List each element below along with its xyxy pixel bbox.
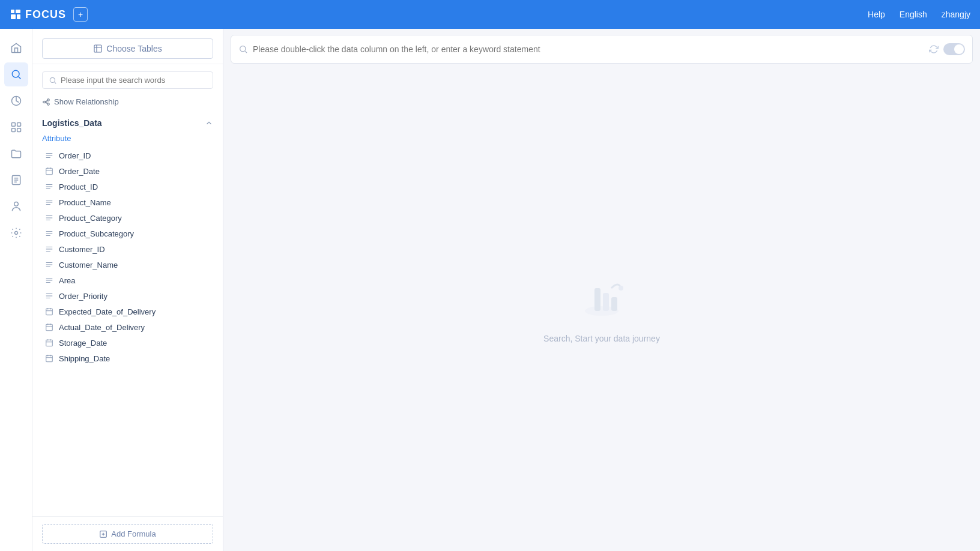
- query-input[interactable]: [253, 44, 924, 54]
- app-logo: FOCUS: [10, 8, 66, 21]
- svg-rect-47: [46, 324, 53, 331]
- svg-rect-1: [16, 10, 20, 13]
- svg-rect-2: [11, 14, 16, 19]
- data-panel: Choose Tables Show Relationship Logistic…: [32, 29, 223, 551]
- add-formula-button[interactable]: Add Formula: [42, 524, 213, 544]
- sidebar-item-home[interactable]: [4, 36, 28, 60]
- svg-point-4: [12, 70, 19, 77]
- svg-point-12: [14, 232, 17, 235]
- field-item[interactable]: Product_ID: [32, 179, 223, 194]
- field-item[interactable]: Product_Subcategory: [32, 226, 223, 241]
- toggle-switch[interactable]: [943, 43, 965, 55]
- field-search-box: [42, 71, 213, 89]
- svg-rect-54: [603, 293, 609, 311]
- svg-rect-55: [611, 297, 617, 311]
- sidebar-item-search[interactable]: [4, 62, 28, 86]
- icon-sidebar: [0, 29, 32, 551]
- svg-rect-9: [17, 128, 20, 132]
- field-name: Actual_Date_of_Delivery: [59, 323, 145, 332]
- nav-right: Help English zhangjy: [868, 10, 970, 19]
- help-link[interactable]: Help: [868, 10, 885, 19]
- field-type-icon: [44, 354, 54, 363]
- attribute-label: Attribute: [32, 131, 223, 148]
- field-type-icon: [44, 182, 54, 191]
- sidebar-item-grid[interactable]: [4, 115, 28, 139]
- field-type-icon: [44, 276, 54, 285]
- field-type-icon: [44, 291, 54, 301]
- top-nav: FOCUS + Help English zhangjy: [0, 0, 980, 29]
- choose-tables-button[interactable]: Choose Tables: [42, 38, 213, 59]
- svg-rect-49: [46, 355, 53, 362]
- field-name: Customer_ID: [59, 245, 105, 254]
- field-type-icon: [44, 244, 54, 254]
- svg-rect-13: [94, 45, 101, 52]
- field-type-icon: [44, 322, 54, 332]
- svg-rect-53: [594, 288, 600, 311]
- plus-square-icon: [99, 530, 107, 538]
- field-item[interactable]: Expected_Date_of_Delivery: [32, 304, 223, 319]
- table-section: Logistics_Data Attribute Order_ID Order_…: [32, 110, 223, 516]
- sidebar-item-user[interactable]: [4, 194, 28, 218]
- svg-point-11: [14, 202, 18, 206]
- field-item[interactable]: Product_Name: [32, 194, 223, 210]
- sidebar-item-settings[interactable]: [4, 221, 28, 245]
- field-item[interactable]: Order_Date: [32, 163, 223, 179]
- user-menu[interactable]: zhangjy: [942, 10, 970, 19]
- query-bar: [231, 35, 973, 64]
- empty-state-icon: [578, 276, 626, 324]
- field-item[interactable]: Product_Category: [32, 210, 223, 226]
- sidebar-item-folder[interactable]: [4, 142, 28, 166]
- field-name: Product_Name: [59, 198, 111, 207]
- field-type-icon: [44, 213, 54, 223]
- field-name: Customer_Name: [59, 260, 118, 269]
- show-relationship-label: Show Relationship: [54, 97, 119, 106]
- field-item[interactable]: Shipping_Date: [32, 351, 223, 366]
- table-icon: [93, 44, 103, 53]
- collapse-icon[interactable]: [205, 119, 213, 127]
- language-selector[interactable]: English: [900, 10, 927, 19]
- field-item[interactable]: Order_Priority: [32, 288, 223, 304]
- table-name: Logistics_Data: [42, 118, 102, 128]
- field-name: Product_ID: [59, 182, 98, 191]
- svg-rect-48: [46, 340, 53, 346]
- svg-rect-8: [11, 128, 15, 132]
- field-name: Product_Subcategory: [59, 229, 134, 238]
- svg-rect-0: [11, 10, 14, 13]
- svg-rect-21: [46, 168, 53, 175]
- field-name: Order_ID: [59, 151, 91, 160]
- refresh-icon[interactable]: [929, 44, 939, 54]
- field-name: Expected_Date_of_Delivery: [59, 307, 156, 316]
- field-name: Storage_Date: [59, 339, 107, 348]
- empty-state-text: Search, Start your data journey: [543, 334, 660, 343]
- svg-rect-46: [46, 309, 53, 315]
- field-name: Shipping_Date: [59, 354, 110, 363]
- empty-state: Search, Start your data journey: [223, 68, 980, 551]
- field-item[interactable]: Order_ID: [32, 148, 223, 163]
- field-type-icon: [44, 151, 54, 160]
- fields-list: Order_ID Order_Date Product_ID Product_N…: [32, 148, 223, 366]
- search-field-icon: [49, 76, 57, 85]
- field-name: Order_Priority: [59, 292, 107, 301]
- app-name: FOCUS: [25, 8, 66, 21]
- logo-icon: [10, 8, 22, 20]
- svg-point-16: [47, 98, 50, 101]
- field-item[interactable]: Actual_Date_of_Delivery: [32, 319, 223, 335]
- field-item[interactable]: Storage_Date: [32, 335, 223, 351]
- field-item[interactable]: Customer_Name: [32, 257, 223, 272]
- field-search-input[interactable]: [61, 76, 207, 85]
- main-content: Search, Start your data journey: [223, 29, 980, 551]
- query-search-icon: [238, 44, 248, 54]
- field-type-icon: [44, 197, 54, 207]
- show-relationship-toggle[interactable]: Show Relationship: [32, 94, 223, 110]
- svg-rect-3: [17, 14, 20, 19]
- field-type-icon: [44, 338, 54, 348]
- field-type-icon: [44, 229, 54, 238]
- field-item[interactable]: Area: [32, 272, 223, 288]
- sidebar-item-analytics[interactable]: [4, 89, 28, 113]
- sidebar-item-report[interactable]: [4, 168, 28, 192]
- field-item[interactable]: Customer_ID: [32, 241, 223, 257]
- new-tab-button[interactable]: +: [73, 7, 88, 22]
- field-name: Order_Date: [59, 167, 100, 176]
- svg-point-14: [50, 77, 55, 82]
- field-type-icon: [44, 166, 54, 176]
